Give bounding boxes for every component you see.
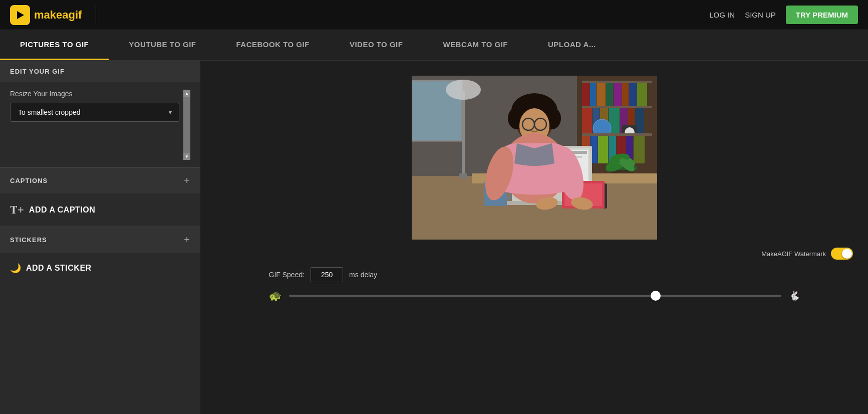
svg-rect-15 (637, 83, 647, 106)
svg-rect-9 (590, 83, 596, 106)
scrollbar-container: Resize Your Images To smallest cropped N… (10, 90, 190, 160)
add-caption-button[interactable]: 𝐓+ ADD A CAPTION (0, 193, 200, 227)
caption-text-icon: 𝐓+ (10, 203, 24, 217)
svg-point-76 (446, 80, 481, 100)
speed-slider-row: 🐢 🐇 (269, 290, 800, 302)
header: makeagif LOG IN SIGN UP TRY PREMIUM (0, 0, 868, 30)
speed-row: GIF Speed: ms delay (269, 267, 800, 282)
captions-section: CAPTIONS + 𝐓+ ADD A CAPTION (0, 168, 200, 227)
watermark-row: MakeAGIF Watermark (608, 248, 853, 260)
login-link[interactable]: LOG IN (709, 11, 735, 19)
ms-delay-label: ms delay (349, 271, 377, 279)
svg-rect-16 (582, 106, 652, 108)
captions-title: CAPTIONS (10, 177, 48, 184)
tab-video[interactable]: VIDEO TO GIF (330, 30, 423, 60)
nav-tabs: PICTURES TO GIF YOUTUBE TO GIF FACEBOOK … (0, 30, 868, 61)
stickers-title: STICKERS (10, 236, 47, 244)
sticker-moon-icon: 🌙 (10, 263, 21, 274)
edit-gif-section: EDIT YOUR GIF Resize Your Images To smal… (0, 61, 200, 168)
captions-plus-icon[interactable]: + (184, 175, 190, 186)
svg-rect-32 (598, 136, 608, 163)
svg-rect-12 (614, 83, 622, 106)
speed-label: GIF Speed: (269, 271, 305, 279)
tab-youtube[interactable]: YOUTUBE TO GIF (109, 30, 216, 60)
logo-icon (10, 5, 30, 25)
svg-rect-77 (459, 173, 467, 178)
gif-preview-container (412, 71, 657, 242)
watermark-toggle[interactable] (831, 248, 853, 260)
main-content: MakeAGIF Watermark GIF Speed: ms delay 🐢… (200, 61, 868, 414)
svg-rect-14 (629, 83, 637, 106)
logo-a: a (62, 9, 68, 21)
add-sticker-button[interactable]: 🌙 ADD A STICKER (0, 253, 200, 284)
speed-input[interactable] (311, 267, 343, 282)
svg-rect-75 (462, 91, 465, 176)
main-layout: EDIT YOUR GIF Resize Your Images To smal… (0, 61, 868, 414)
svg-rect-13 (622, 83, 629, 106)
logo-area: makeagif (10, 5, 709, 25)
add-sticker-label: ADD A STICKER (26, 264, 92, 273)
resize-label: Resize Your Images (10, 90, 179, 98)
resize-select[interactable]: To smallest cropped No resize To largest… (10, 103, 179, 122)
tab-pictures[interactable]: PICTURES TO GIF (0, 30, 109, 60)
try-premium-button[interactable]: TRY PREMIUM (786, 6, 858, 24)
svg-marker-0 (17, 11, 24, 19)
gif-preview-image (412, 76, 657, 240)
sidebar: EDIT YOUR GIF Resize Your Images To smal… (0, 61, 200, 414)
turtle-icon: 🐢 (269, 290, 281, 302)
svg-rect-17 (582, 108, 592, 133)
scrollbar-track[interactable]: ▲ ▼ (183, 90, 190, 160)
edit-gif-content: Resize Your Images To smallest cropped N… (0, 82, 200, 167)
stickers-section: STICKERS + 🌙 ADD A STICKER (0, 227, 200, 284)
scrollbar-thumb[interactable] (183, 97, 190, 153)
speed-section: GIF Speed: ms delay 🐢 🐇 (259, 260, 810, 309)
rabbit-icon: 🐇 (789, 290, 800, 301)
svg-rect-11 (606, 83, 613, 106)
header-nav: LOG IN SIGN UP TRY PREMIUM (709, 6, 858, 24)
svg-rect-10 (597, 83, 606, 106)
edit-gif-header: EDIT YOUR GIF (0, 61, 200, 82)
tab-facebook[interactable]: FACEBOOK TO GIF (216, 30, 329, 60)
svg-rect-7 (582, 81, 652, 83)
logo-text: makeagif (34, 9, 82, 22)
svg-rect-8 (582, 83, 590, 106)
stickers-plus-icon[interactable]: + (184, 234, 190, 246)
captions-header[interactable]: CAPTIONS + (0, 168, 200, 193)
svg-rect-29 (582, 133, 652, 136)
select-wrapper: To smallest cropped No resize To largest… (10, 103, 179, 122)
scrollbar-down-button[interactable]: ▼ (183, 153, 190, 160)
svg-rect-36 (634, 136, 645, 163)
signup-link[interactable]: SIGN UP (745, 11, 776, 19)
speed-slider[interactable] (289, 295, 781, 297)
tab-webcam[interactable]: WEBCAM TO GIF (423, 30, 528, 60)
scrollbar-up-button[interactable]: ▲ (183, 90, 190, 97)
toggle-knob (842, 249, 852, 259)
stickers-header[interactable]: STICKERS + (0, 227, 200, 253)
resize-select-wrapper: Resize Your Images To smallest cropped N… (10, 90, 179, 122)
header-divider (96, 5, 96, 25)
watermark-label: MakeAGIF Watermark (761, 250, 826, 258)
tab-upload[interactable]: UPLOAD A... (528, 30, 616, 60)
logo-make: make (34, 9, 62, 21)
add-caption-label: ADD A CAPTION (29, 205, 95, 215)
logo-gif: gif (69, 9, 82, 21)
